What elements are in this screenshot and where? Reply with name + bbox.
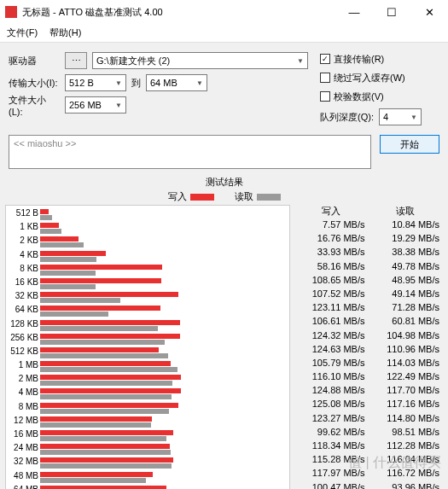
menu-file[interactable]: 文件(F) xyxy=(7,26,38,39)
table-row: 100.47 MB/s93.96 MB/s xyxy=(294,482,443,489)
file-size-label: 文件大小(L): xyxy=(9,94,60,117)
table-row: 123.27 MB/s114.80 MB/s xyxy=(294,413,443,427)
table-row: 58.16 MB/s49.78 MB/s xyxy=(294,261,443,275)
bar-chart: 512 B 1 KB 2 KB 4 KB 8 KB 16 KB 32 KB 64… xyxy=(5,205,290,489)
table-row: 117.97 MB/s116.72 MB/s xyxy=(294,468,443,481)
close-button[interactable]: ✕ xyxy=(410,0,448,24)
queue-depth-select[interactable]: 4▼ xyxy=(379,108,422,125)
drive-browse-button[interactable]: ⋯ xyxy=(65,52,87,69)
queue-depth-label: 队列深度(Q): xyxy=(320,111,374,124)
file-size-select[interactable]: 256 MB▼ xyxy=(65,96,126,114)
table-row: 116.10 MB/s122.49 MB/s xyxy=(294,371,443,385)
bypass-cache-checkbox[interactable]: 绕过写入缓存(W) xyxy=(320,68,439,87)
table-row: 105.79 MB/s114.03 MB/s xyxy=(294,358,443,371)
table-row: 108.65 MB/s48.95 MB/s xyxy=(294,275,443,288)
table-row: 7.57 MB/s10.84 MB/s xyxy=(294,219,443,233)
table-row: 99.62 MB/s98.51 MB/s xyxy=(294,427,443,440)
results-title: 测试结果 xyxy=(5,174,443,190)
table-row: 123.11 MB/s71.28 MB/s xyxy=(294,302,443,316)
start-button[interactable]: 开始 xyxy=(380,135,439,154)
table-row: 115.28 MB/s116.04 MB/s xyxy=(294,454,443,468)
table-row: 107.52 MB/s49.14 MB/s xyxy=(294,288,443,302)
direct-io-checkbox[interactable]: ✓直接传输(R) xyxy=(320,49,439,68)
table-row: 33.93 MB/s38.38 MB/s xyxy=(294,247,443,260)
table-header: 写入读取 xyxy=(294,205,443,218)
table-row: 124.32 MB/s104.98 MB/s xyxy=(294,330,443,344)
table-row: 124.63 MB/s110.96 MB/s xyxy=(294,344,443,358)
chart-legend: 写入 读取 xyxy=(5,190,443,203)
table-row: 124.88 MB/s117.70 MB/s xyxy=(294,385,443,399)
drive-select[interactable]: G:\新建文件夹 (2)▼ xyxy=(92,52,308,69)
transfer-size-to[interactable]: 64 MB▼ xyxy=(146,74,207,91)
verify-checkbox[interactable]: 校验数据(V) xyxy=(320,87,439,106)
table-row: 118.34 MB/s112.28 MB/s xyxy=(294,440,443,454)
minimize-button[interactable]: — xyxy=(335,0,373,24)
table-row: 16.76 MB/s19.29 MB/s xyxy=(294,233,443,247)
window-title: 无标题 - ATTO 磁盘基准测试 4.00 xyxy=(22,6,335,19)
drive-label: 驱动器 xyxy=(9,55,60,67)
app-icon xyxy=(5,6,17,18)
to-label: 到 xyxy=(131,77,141,90)
menu-help[interactable]: 帮助(H) xyxy=(49,26,81,39)
table-row: 106.61 MB/s60.81 MB/s xyxy=(294,316,443,329)
maximize-button[interactable]: ☐ xyxy=(373,0,410,24)
table-row: 125.08 MB/s117.16 MB/s xyxy=(294,399,443,412)
transfer-size-label: 传输大小(I): xyxy=(9,77,60,90)
description-box[interactable]: << miaoshu >> xyxy=(9,135,371,169)
transfer-size-from[interactable]: 512 B▼ xyxy=(65,74,126,91)
